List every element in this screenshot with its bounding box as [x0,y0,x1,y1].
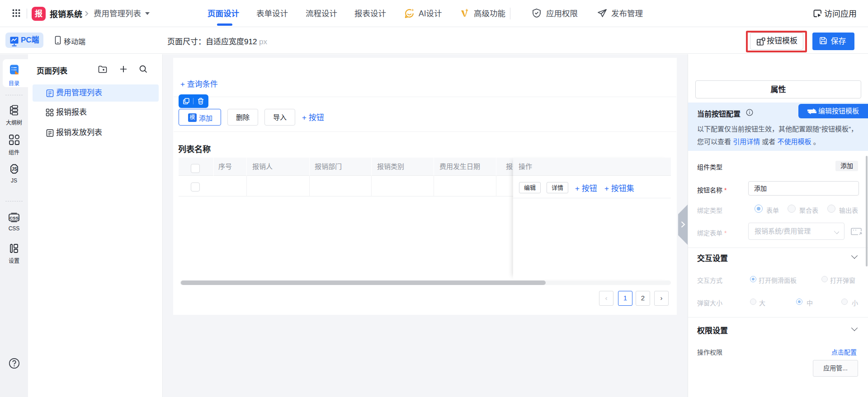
svg-text:JS: JS [11,167,17,172]
svg-text:CSS: CSS [9,215,19,220]
